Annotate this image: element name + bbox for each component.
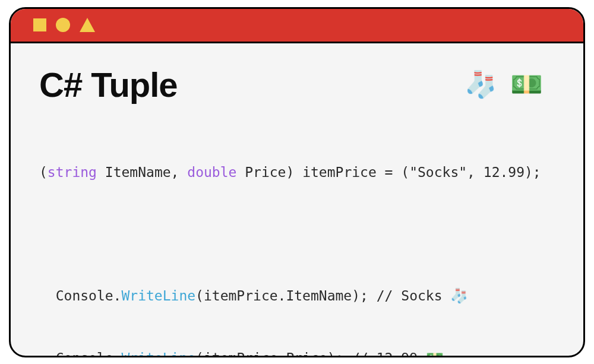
money-icon: 💵 (510, 69, 543, 100)
code-block: (string ItemName, double Price) itemPric… (39, 121, 555, 357)
code-line-3: Console.WriteLine(itemPrice.Price); // 1… (39, 347, 555, 357)
square-icon (33, 18, 46, 31)
code-line-2: Console.WriteLine(itemPrice.ItemName); /… (39, 285, 555, 306)
code-line-1: (string ItemName, double Price) itemPric… (39, 162, 555, 183)
content-area: C# Tuple 🧦 💵 (string ItemName, double Pr… (11, 43, 583, 357)
socks-icon: 🧦 (465, 69, 497, 100)
socks-icon: 🧦 (450, 287, 468, 304)
titlebar (11, 9, 583, 43)
code-window: C# Tuple 🧦 💵 (string ItemName, double Pr… (9, 7, 585, 357)
page-title: C# Tuple (39, 65, 178, 105)
code-blank-1 (39, 223, 555, 244)
money-icon: 💵 (426, 350, 444, 357)
title-row: C# Tuple 🧦 💵 (39, 65, 555, 105)
triangle-icon (80, 18, 95, 32)
title-emoji-group: 🧦 💵 (465, 69, 543, 100)
circle-icon (56, 18, 70, 32)
